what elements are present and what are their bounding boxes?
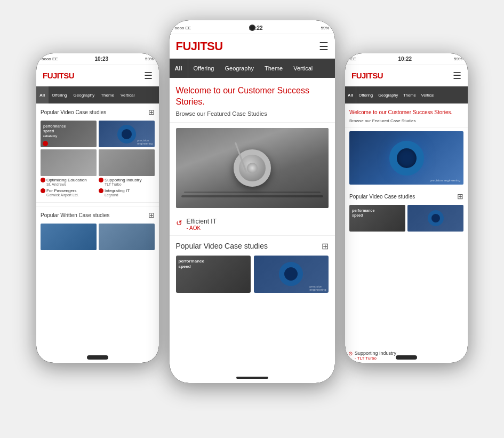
popular-video-section-left: Popular Video Case studies ⊞ performance… — [36, 103, 159, 199]
grid-icon-center[interactable]: ⊞ — [322, 241, 329, 251]
battery-right: 59% — [454, 57, 462, 61]
tab-all-center[interactable]: All — [170, 59, 188, 78]
hamburger-icon-left[interactable]: ☰ — [144, 70, 153, 82]
tab-theme-left[interactable]: Theme — [98, 86, 117, 103]
video-thumb-3-left[interactable] — [41, 149, 97, 176]
popular-video-center: Popular Video Case studies ⊞ performance… — [170, 236, 335, 296]
popular-video-title-center: Popular Video Case studies — [176, 242, 268, 250]
hero-title-center: Welcome to our Customer Success Stories. — [176, 85, 329, 108]
signal-right: EE — [350, 57, 356, 61]
tab-all-left[interactable]: All — [36, 86, 49, 103]
hero-subtitle-center: Browse our Featured Case Studies — [176, 110, 329, 117]
perf-text-1: performancespeedreliability — [43, 124, 66, 139]
app-content-right: Welcome to our Customer Success Stories.… — [345, 103, 468, 363]
video-label-4-left: Integrating IT Legrand — [99, 188, 155, 197]
status-bar-left: oooo EE 10:23 59% — [36, 53, 159, 65]
tab-geography-right[interactable]: Geography — [375, 86, 401, 103]
tab-all-right[interactable]: All — [345, 86, 356, 103]
precision-text-2: precisionengineering — [137, 139, 153, 145]
support-title-right: Supporting Industry — [355, 351, 396, 356]
video-thumb-1-right[interactable]: performancespeed — [349, 205, 405, 232]
video-thumb-2-left[interactable]: precisionengineering — [99, 121, 155, 147]
battery-left: 59% — [145, 57, 154, 61]
camera-center — [249, 25, 255, 31]
tab-offering-right[interactable]: Offering — [356, 86, 376, 103]
home-indicator-center[interactable] — [236, 377, 268, 379]
video-thumb-2-right[interactable] — [407, 205, 463, 232]
popular-written-section-left: Popular Written Case studies ⊞ — [36, 206, 159, 253]
tab-theme-right[interactable]: Theme — [401, 86, 418, 103]
signal-left: oooo EE — [42, 57, 58, 61]
phone-center: oooo EE 10:22 59% FUJITSU ☰ All Offering… — [170, 20, 335, 383]
signal-center: oooo EE — [175, 26, 191, 30]
app-header-center: FUJITSU ☰ — [170, 34, 335, 59]
hamburger-icon-center[interactable]: ☰ — [319, 40, 329, 53]
written-thumb-2[interactable] — [99, 224, 155, 250]
home-button-right[interactable] — [396, 355, 417, 360]
status-bar-right: EE 10:22 59% — [345, 53, 468, 65]
popular-video-title-right: Popular Video Case studies — [349, 194, 415, 200]
case-study-item-center: ↺ Efficient IT - AOK — [170, 213, 335, 236]
written-thumbs-left — [41, 224, 155, 250]
perf-text-right: performancespeed — [352, 208, 374, 218]
case-study-icon-center: ↺ — [176, 219, 182, 227]
popular-video-title-left: Popular Video Case studies — [41, 109, 106, 115]
grid-icon-left[interactable]: ⊞ — [148, 108, 155, 116]
tab-vertical-left[interactable]: Vertical — [117, 86, 138, 103]
case-study-subtitle-center: - AOK — [187, 225, 217, 231]
app-header-left: FUJITSU ☰ — [36, 65, 159, 86]
grid-icon-right[interactable]: ⊞ — [457, 192, 463, 201]
hamburger-icon-right[interactable]: ☰ — [453, 70, 461, 82]
tab-geography-center[interactable]: Geography — [220, 59, 259, 78]
app-header-right: FUJITSU ☰ — [345, 65, 468, 86]
phones-container: oooo EE 10:23 59% FUJITSU ☰ All Offering… — [0, 0, 504, 438]
nav-tabs-left: All Offering Geography Theme Vertical — [36, 86, 159, 103]
home-button-left[interactable] — [87, 355, 108, 360]
video-thumb-1-left[interactable]: performancespeedreliability — [41, 121, 97, 147]
app-content-left: Popular Video Case studies ⊞ performance… — [36, 103, 159, 363]
video-grid-left: performancespeedreliability precisioneng… — [41, 121, 155, 176]
tab-offering-center[interactable]: Offering — [188, 59, 220, 78]
phone-left: oooo EE 10:23 59% FUJITSU ☰ All Offering… — [36, 53, 159, 363]
fujitsu-logo-left: FUJITSU — [43, 71, 74, 80]
support-sub-right: - TLT Turbo — [355, 356, 396, 361]
tab-vertical-center[interactable]: Vertical — [288, 59, 318, 78]
nav-tabs-center: All Offering Geography Theme Vertical — [170, 59, 335, 78]
center-thumb-2[interactable]: precisionengineering — [254, 256, 329, 293]
time-left: 10:23 — [95, 56, 109, 62]
fujitsu-logo-center: FUJITSU — [176, 39, 223, 53]
center-thumb-1[interactable]: performancespeed — [176, 256, 251, 293]
video-label-1-left: Optimizing Education St. Andrews — [41, 178, 97, 186]
hero-section-right: Welcome to our Customer Success Stories.… — [345, 103, 468, 128]
battery-center: 59% — [321, 26, 329, 30]
nav-tabs-right: All Offering Geography Theme Vertical — [345, 86, 468, 103]
written-thumb-1[interactable] — [41, 224, 97, 250]
video-label-3-left: For Passengers Gatwick Airport Ltd. — [41, 188, 97, 197]
perf-text-center: performancespeed — [179, 259, 204, 270]
tab-theme-center[interactable]: Theme — [259, 59, 288, 78]
popular-written-title-left: Popular Written Case studies — [41, 212, 109, 218]
video-grid-right: performancespeed — [349, 205, 463, 232]
video-thumb-4-left[interactable] — [99, 149, 155, 176]
video-label-2-left: Supporting Industry TLT Turbo — [99, 178, 155, 186]
featured-image-center — [176, 128, 329, 208]
support-icon-right: ⊙ — [348, 351, 353, 356]
case-study-title-center: Efficient IT — [187, 218, 217, 225]
hero-section-center: Welcome to our Customer Success Stories.… — [170, 78, 335, 123]
tab-geography-left[interactable]: Geography — [70, 86, 98, 103]
phone-right: EE 10:22 59% FUJITSU ☰ All Offering Geog… — [345, 53, 468, 363]
app-content-center: Welcome to our Customer Success Stories.… — [170, 78, 335, 383]
tab-offering-left[interactable]: Offering — [49, 86, 70, 103]
hero-title-right: Welcome to our Customer Success Stories. — [349, 109, 463, 116]
center-video-grid: performancespeed precisionengineering — [176, 256, 329, 293]
hero-subtitle-right: Browse our Featured Case Studies — [349, 118, 463, 123]
popular-video-header-center: Popular Video Case studies ⊞ — [176, 241, 329, 251]
popular-video-section-right: Popular Video Case studies ⊞ performance… — [345, 188, 468, 234]
featured-image-right: precision engineering — [349, 131, 463, 185]
time-right: 10:22 — [398, 56, 412, 62]
grid-icon-written-left[interactable]: ⊞ — [148, 211, 155, 219]
fujitsu-logo-right: FUJITSU — [351, 71, 383, 80]
tab-vertical-right[interactable]: Vertical — [419, 86, 437, 103]
